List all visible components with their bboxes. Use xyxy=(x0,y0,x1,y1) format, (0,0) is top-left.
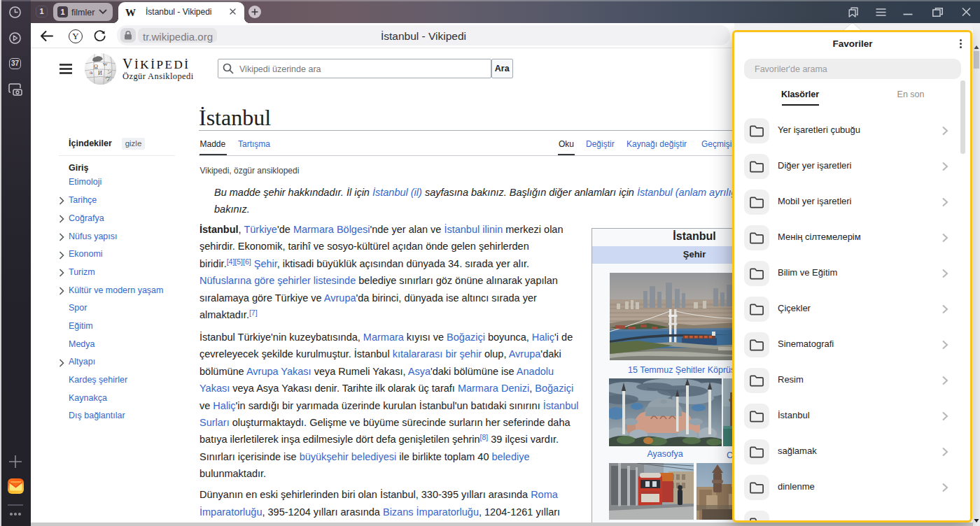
svg-text:W: W xyxy=(103,62,108,67)
svg-text:И: И xyxy=(98,70,102,76)
svg-text:ヴ: ヴ xyxy=(105,76,111,82)
svg-text:ン: ン xyxy=(107,69,112,75)
svg-text:Ω: Ω xyxy=(94,64,98,70)
svg-text:ik: ik xyxy=(90,71,93,75)
